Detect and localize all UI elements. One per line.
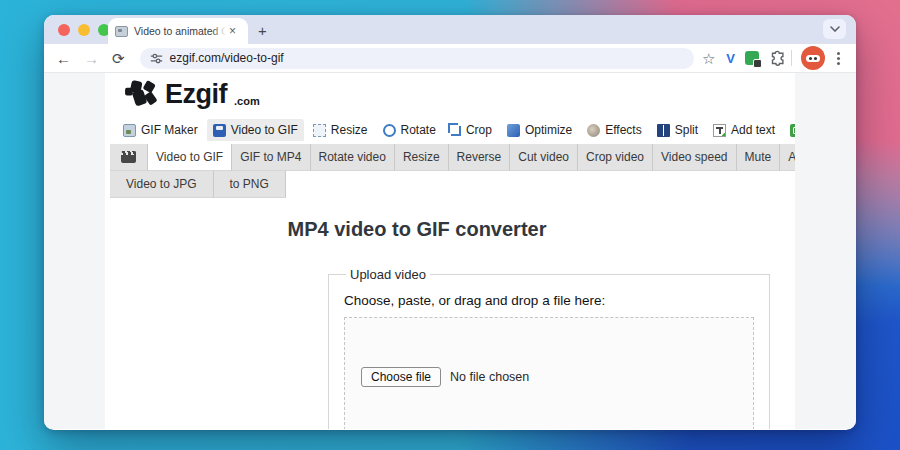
tab-strip: Video to animated GIF conver × + — [44, 15, 856, 44]
new-tab-button[interactable]: + — [258, 21, 267, 38]
browser-toolbar: ← → ⟳ ezgif.com/video-to-gif ☆ V — [44, 44, 856, 73]
main-nav-item-crop[interactable]: Crop — [445, 119, 498, 141]
upload-legend: Upload video — [346, 267, 430, 282]
main-nav-item-split[interactable]: Split — [651, 119, 704, 141]
split-icon — [657, 124, 670, 137]
ezgif-logo-mark-icon — [125, 79, 158, 108]
sub-nav-tab-video-to-gif[interactable]: Video to GIF — [148, 144, 232, 171]
main-nav-label: Split — [675, 123, 698, 137]
main-nav-label: Optimize — [525, 123, 572, 137]
sub-nav-tab-mute[interactable]: Mute — [737, 144, 781, 171]
resize-icon — [313, 124, 326, 137]
crop-icon — [451, 126, 461, 136]
main-nav-item-add-text[interactable]: Add text — [707, 119, 781, 141]
ezgif-logo[interactable]: Ezgif .com — [105, 73, 795, 108]
close-window-button[interactable] — [58, 24, 70, 36]
main-nav-item-resize[interactable]: Resize — [307, 119, 374, 141]
chevron-down-icon — [830, 26, 840, 32]
sub-nav-tab-crop-video[interactable]: Crop video — [578, 144, 653, 171]
main-nav-item-gif-maker[interactable]: GIF Maker — [117, 119, 204, 141]
extensions-puzzle-icon[interactable] — [770, 50, 786, 66]
rotate-icon — [383, 124, 396, 137]
video-to-gif-icon — [213, 124, 226, 137]
page-title: MP4 video to GIF converter — [105, 218, 729, 241]
page-content: Ezgif .com GIF MakerVideo to GIFResizeRo… — [105, 73, 795, 429]
extension-v-icon[interactable]: V — [726, 51, 735, 66]
window-controls — [58, 24, 110, 36]
browser-window: Video to animated GIF conver × + ← → ⟳ e… — [44, 15, 856, 430]
site-settings-icon[interactable] — [150, 52, 163, 65]
sub-nav-tab-to-png[interactable]: to PNG — [214, 171, 286, 198]
reload-icon[interactable]: ⟳ — [112, 51, 125, 66]
main-nav-item-video-to-gif[interactable]: Video to GIF — [207, 119, 304, 141]
main-nav-item-webp[interactable]: WebP — [784, 119, 795, 141]
url-text[interactable]: ezgif.com/video-to-gif — [170, 51, 284, 65]
main-nav-label: Crop — [466, 123, 492, 137]
main-nav-label: GIF Maker — [141, 123, 198, 137]
tab-search-chevron-button[interactable] — [823, 19, 846, 39]
file-input-row: Choose file No file chosen — [361, 367, 753, 387]
main-nav: GIF MakerVideo to GIFResizeRotateCropOpt… — [117, 119, 795, 141]
browser-menu-icon[interactable] — [837, 57, 840, 60]
main-nav-item-effects[interactable]: Effects — [581, 119, 647, 141]
tab-close-icon[interactable]: × — [229, 25, 236, 37]
sub-nav-home-cell[interactable] — [110, 144, 148, 171]
main-nav-label: Resize — [331, 123, 368, 137]
address-bar[interactable]: ezgif.com/video-to-gif — [140, 48, 694, 69]
toolbar-divider — [791, 50, 792, 66]
main-nav-label: Effects — [605, 123, 641, 137]
webp-icon — [790, 124, 795, 137]
sub-nav-tab-cut-video[interactable]: Cut video — [510, 144, 578, 171]
sub-nav-tab-video-speed[interactable]: Video speed — [653, 144, 737, 171]
minimize-window-button[interactable] — [78, 24, 90, 36]
add-text-icon — [713, 124, 726, 137]
upload-fieldset: Upload video Choose, paste, or drag and … — [328, 267, 770, 429]
sub-nav-row-1: Video to GIFGIF to MP4Rotate videoResize… — [110, 144, 784, 171]
sub-nav-tab-reverse[interactable]: Reverse — [449, 144, 511, 171]
gif-maker-icon — [123, 124, 136, 137]
main-nav-label: Rotate — [401, 123, 436, 137]
bookmark-star-icon[interactable]: ☆ — [702, 51, 715, 66]
back-icon[interactable]: ← — [56, 51, 71, 66]
extension-green-icon[interactable] — [745, 51, 759, 65]
sub-nav-tab-add-sound[interactable]: Add Sound — [780, 144, 795, 171]
logo-text: Ezgif — [165, 81, 227, 108]
main-nav-label: Video to GIF — [231, 123, 298, 137]
page-viewport: Ezgif .com GIF MakerVideo to GIFResizeRo… — [44, 73, 856, 429]
profile-avatar[interactable] — [801, 46, 825, 70]
browser-tab[interactable]: Video to animated GIF conver × — [108, 18, 248, 44]
logo-tld: .com — [234, 95, 260, 107]
effects-icon — [587, 124, 600, 137]
upload-instruction: Choose, paste, or drag and drop a file h… — [344, 293, 754, 308]
sub-nav: Video to GIFGIF to MP4Rotate videoResize… — [110, 144, 784, 198]
tab-title: Video to animated GIF conver — [134, 25, 226, 37]
clapperboard-icon — [121, 151, 136, 163]
sub-nav-tab-gif-to-mp4[interactable]: GIF to MP4 — [232, 144, 310, 171]
choose-file-button[interactable]: Choose file — [361, 367, 441, 387]
sub-nav-row-2: Video to JPGto PNG — [110, 171, 784, 198]
main-nav-item-optimize[interactable]: Optimize — [501, 119, 578, 141]
optimize-icon — [507, 124, 520, 137]
sub-nav-tab-video-to-jpg[interactable]: Video to JPG — [110, 171, 214, 198]
main-nav-item-rotate[interactable]: Rotate — [377, 119, 442, 141]
sub-nav-tab-resize[interactable]: Resize — [395, 144, 449, 171]
forward-icon: → — [84, 51, 99, 66]
file-dropzone[interactable]: Choose file No file chosen — [344, 317, 754, 429]
main-nav-label: Add text — [731, 123, 775, 137]
file-status-text: No file chosen — [450, 370, 529, 384]
sub-nav-tab-rotate-video[interactable]: Rotate video — [311, 144, 395, 171]
tab-favicon-icon — [115, 26, 128, 37]
